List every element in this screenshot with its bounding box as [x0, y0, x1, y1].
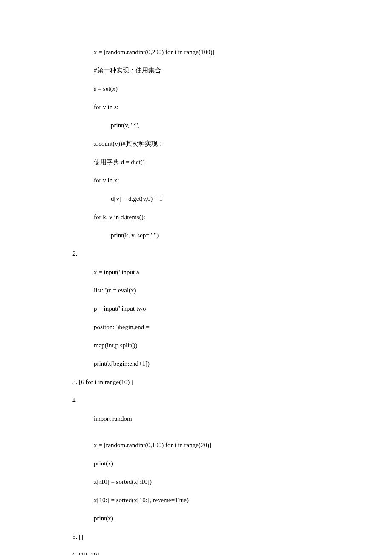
text-line: p = input("input two: [72, 304, 320, 314]
text-line: 3. [6 for i in range(10) ]: [72, 377, 320, 387]
text-line: 4.: [72, 395, 320, 405]
text-line: for v in s:: [72, 102, 320, 112]
text-line: print(k, v, sep=":"): [72, 230, 320, 240]
text-line: 使用字典 d = dict(): [72, 157, 320, 167]
text-line: x[:10] = sorted(x[:10]): [72, 477, 320, 487]
text-line: x = [random.randint(0,200) for i in rang…: [72, 47, 320, 57]
text-line: s = set(x): [72, 84, 320, 94]
text-line: for v in x:: [72, 175, 320, 185]
text-line: print(x): [72, 513, 320, 523]
text-line: x = [random.randint(0,100) for i in rang…: [72, 440, 320, 450]
text-line: positon:")begin,end =: [72, 322, 320, 332]
text-line: x[10:] = sorted(x[10:], reverse=True): [72, 495, 320, 505]
text-line: d[v] = d.get(v,0) + 1: [72, 194, 320, 204]
text-line: #第一种实现：使用集合: [72, 65, 320, 75]
text-line: 2.: [72, 249, 320, 259]
text-line: import random: [72, 413, 320, 424]
text-line: 6. [18, 19]: [72, 550, 320, 555]
text-line: print(x): [72, 458, 320, 468]
text-line: x = input("input a: [72, 267, 320, 277]
text-line: print(x[begin:end+1]): [72, 358, 320, 369]
text-line: for k, v in d.items():: [72, 212, 320, 222]
text-line: list:")x = eval(x): [72, 285, 320, 295]
text-line: print(v, ":",: [72, 120, 320, 130]
document-body: x = [random.randint(0,200) for i in rang…: [72, 47, 320, 555]
text-line: map(int,p.split()): [72, 340, 320, 350]
text-line: 5. []: [72, 532, 320, 542]
text-line: x.count(v))#其次种实现：: [72, 139, 320, 149]
